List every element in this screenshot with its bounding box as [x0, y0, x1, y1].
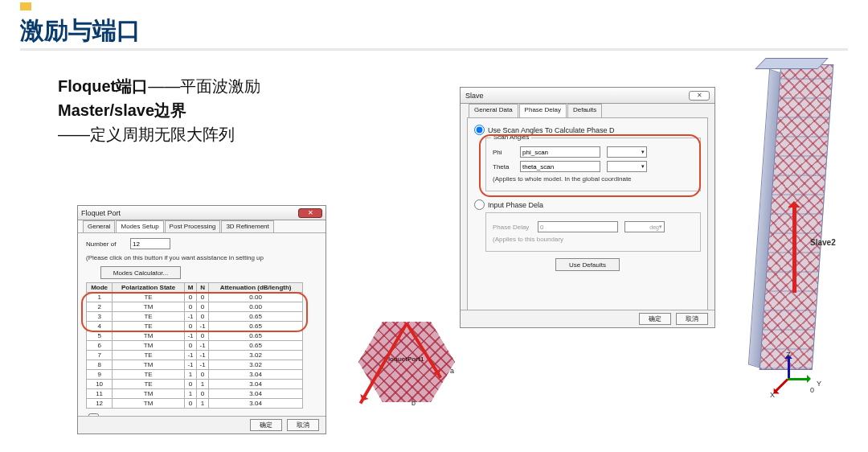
- theta-unit-select[interactable]: ▾: [607, 161, 647, 172]
- slave2-label: Slave2: [810, 238, 836, 247]
- th-pol: Polarization State: [113, 283, 185, 293]
- tab-general-data[interactable]: General Data: [469, 104, 518, 117]
- scan-angles-group: Scan Angles Phi ▾ Theta ▾ (Applies to wh…: [485, 138, 701, 191]
- phase-delay-input: [538, 221, 618, 232]
- th-n: N: [197, 283, 209, 293]
- vector-b-label: b: [411, 399, 416, 407]
- table-row[interactable]: 11TM103.04: [87, 389, 303, 399]
- close-icon[interactable]: ✕: [298, 208, 322, 218]
- floquet-tabs: General Modes Setup Post Processing 3D R…: [78, 220, 326, 233]
- table-row[interactable]: 4TE0-10.65: [87, 322, 303, 331]
- tab-phase-delay[interactable]: Phase Delay: [519, 104, 567, 117]
- table-row[interactable]: 5TM-100.65: [87, 331, 303, 341]
- unit-cell-3d: Slave2 Z Y X 0: [739, 60, 848, 405]
- number-of-input[interactable]: [130, 238, 170, 249]
- cancel-button[interactable]: 取消: [287, 419, 319, 431]
- table-header-row: Mode Polarization State M N Attenuation …: [87, 283, 303, 293]
- slave-dialog-title: Slave: [465, 92, 484, 100]
- vector-a-label: a: [450, 367, 454, 375]
- phi-unit-select[interactable]: ▾: [607, 146, 647, 158]
- th-m: M: [184, 283, 196, 293]
- ok-button[interactable]: 确定: [639, 313, 671, 325]
- floquet-port-dialog: Floquet Port ✕ General Modes Setup Post …: [77, 205, 326, 434]
- tab-modes-setup[interactable]: Modes Setup: [116, 220, 163, 232]
- floquet-dialog-title: Floquet Port: [81, 209, 121, 217]
- chevron-down-icon: ▾: [659, 224, 662, 230]
- tab-defaults[interactable]: Defaults: [567, 104, 602, 117]
- scan-angles-legend: Scan Angles: [491, 134, 531, 141]
- tab-post-processing[interactable]: Post Processing: [165, 220, 221, 232]
- desc-line-3: ——定义周期无限大阵列: [58, 122, 260, 146]
- close-icon[interactable]: ✕: [689, 91, 710, 101]
- slave-titlebar[interactable]: Slave ✕: [461, 88, 714, 104]
- slave-footer: 确定 取消: [461, 310, 714, 327]
- tab-general[interactable]: General: [83, 220, 115, 232]
- modes-hint: (Please click on this button if you want…: [86, 254, 317, 261]
- table-row[interactable]: 12TM013.04: [87, 399, 303, 409]
- floquet-port-hexagon: FloquetPort1 a b: [349, 310, 465, 415]
- radio-use-scan-angles[interactable]: [474, 125, 485, 135]
- input-phase-group: Phase Delay deg ▾ (Applies to this bound…: [485, 212, 701, 252]
- modes-table-wrap: Mode Polarization State M N Attenuation …: [86, 282, 317, 409]
- use-defaults-button[interactable]: Use Defaults: [555, 258, 620, 271]
- phase-delay-unit-text: deg: [649, 224, 659, 230]
- axis-z-label: Z: [786, 351, 791, 359]
- chevron-down-icon: ▾: [641, 163, 645, 170]
- table-row[interactable]: 3TE-100.65: [87, 312, 303, 322]
- slave-direction-arrow: [792, 204, 796, 293]
- phi-input[interactable]: [520, 146, 600, 158]
- title-underline: [20, 48, 848, 51]
- cell-top-face: [755, 58, 829, 69]
- number-of-label: Number of: [86, 240, 130, 248]
- theta-label: Theta: [493, 163, 520, 171]
- table-row[interactable]: 1TE000.00: [87, 293, 303, 302]
- ok-button[interactable]: 确定: [250, 419, 282, 431]
- desc-bold-2: Master/slave边界: [58, 101, 186, 119]
- table-row[interactable]: 9TE103.04: [87, 370, 303, 380]
- axis-y-label: Y: [817, 380, 821, 388]
- axis-x: [774, 378, 788, 392]
- floquet-port-label: FloquetPort1: [384, 355, 424, 363]
- table-row[interactable]: 6TM0-10.65: [87, 341, 303, 351]
- desc-line-1-rest: ——平面波激励: [148, 77, 260, 95]
- tab-3d-refinement[interactable]: 3D Refinement: [221, 220, 273, 232]
- th-att: Attenuation (dB/length): [209, 283, 303, 293]
- table-row[interactable]: 10TE013.04: [87, 380, 303, 389]
- axis-y: [788, 378, 809, 380]
- slide-title-bar: 激励与端口: [20, 14, 141, 47]
- axis-z: [788, 357, 790, 378]
- slave-body: Use Scan Angles To Calculate Phase D Sca…: [467, 117, 708, 310]
- slave-tabs: General Data Phase Delay Defaults: [461, 104, 714, 117]
- chevron-down-icon: ▾: [641, 149, 645, 155]
- floquet-footer: 确定 取消: [78, 416, 326, 434]
- th-mode: Mode: [87, 283, 113, 293]
- phase-delay-unit-select: deg ▾: [624, 221, 665, 232]
- radio-input-phase-row: Input Phase Dela: [474, 199, 701, 210]
- cancel-button[interactable]: 取消: [676, 313, 708, 325]
- axis-x-label: X: [770, 391, 775, 399]
- description-block: Floquet端口——平面波激励 Master/slave边界 ——定义周期无限…: [58, 74, 260, 146]
- floquet-titlebar[interactable]: Floquet Port ✕: [78, 206, 326, 220]
- axis-origin-label: 0: [810, 386, 814, 394]
- theta-input[interactable]: [520, 161, 600, 172]
- scan-note: (Applies to whole model. In the global c…: [493, 175, 694, 183]
- floquet-body: Number of (Please click on this button i…: [78, 233, 326, 416]
- radio-input-phase[interactable]: [474, 199, 485, 210]
- phi-label: Phi: [493, 149, 520, 156]
- phase-delay-label: Phase Delay: [493, 224, 538, 231]
- slide-title: 激励与端口: [20, 14, 141, 47]
- desc-bold-1: Floquet端口: [58, 77, 148, 95]
- table-row[interactable]: 8TM-1-13.02: [87, 360, 303, 370]
- radio-input-phase-label: Input Phase Dela: [488, 201, 543, 209]
- table-row[interactable]: 2TM000.00: [87, 302, 303, 312]
- radio-use-scan-angles-label: Use Scan Angles To Calculate Phase D: [488, 126, 614, 134]
- phase-delay-note: (Applies to this boundary: [493, 236, 694, 243]
- modes-calculator-button[interactable]: Modes Calculator...: [100, 266, 181, 279]
- modes-table: Mode Polarization State M N Attenuation …: [86, 282, 303, 409]
- accent-marker: [20, 2, 31, 10]
- table-row[interactable]: 7TE-1-13.02: [87, 351, 303, 360]
- slave-dialog: Slave ✕ General Data Phase Delay Default…: [460, 87, 715, 328]
